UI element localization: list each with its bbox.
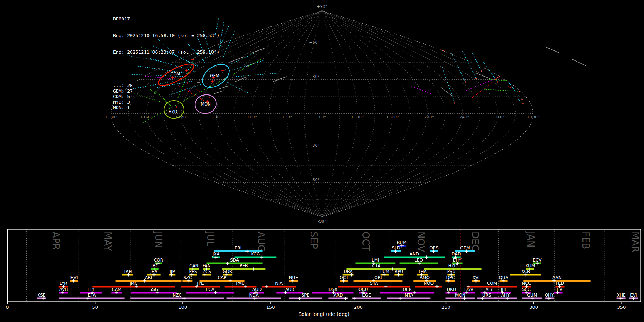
shower-bar-URS xyxy=(477,298,497,299)
month-label-FEB: FEB xyxy=(580,231,591,249)
meteor-trail-tip xyxy=(475,78,477,79)
shower-count-line: COM: 5 xyxy=(113,94,225,99)
meteor-trail xyxy=(485,89,519,91)
month-label-APR: APR xyxy=(50,231,61,250)
shower-count-line: ...: 28 xyxy=(113,83,225,88)
shower-label-DPC: DPC xyxy=(446,275,455,280)
shower-label-ARI: ARI xyxy=(145,275,152,280)
shower-label-SSG: SSG xyxy=(149,287,158,292)
shower-peak-marker-PER xyxy=(252,268,255,271)
map-meridian-line xyxy=(322,11,480,217)
shower-label-NZC: NZC xyxy=(172,293,182,298)
shower-bar-SPE xyxy=(289,298,322,299)
shower-label-NTA: NTA xyxy=(405,293,413,298)
meteor-trail-tip xyxy=(481,70,482,72)
meteor-trail xyxy=(411,86,431,94)
x-axis-tick-label: 50 xyxy=(92,304,98,310)
shower-label-NIA: NIA xyxy=(275,281,283,286)
shower-label-AMO: AMO xyxy=(420,275,430,280)
meteor-trail-tip xyxy=(465,81,466,83)
meteor-trail xyxy=(466,78,498,91)
shower-label-CAN: CAN xyxy=(189,263,199,268)
month-label-SEP: SEP xyxy=(308,231,319,249)
shower-label-JMC: JMC xyxy=(129,281,137,286)
shower-activity-KCG: KCG xyxy=(235,252,277,259)
shower-activity-OCT: OCT xyxy=(340,275,349,283)
shower-label-PCA: PCA xyxy=(206,287,215,292)
map-latitude-label: -60° xyxy=(311,177,319,182)
shower-bar-DPC xyxy=(446,280,455,282)
info-separator: ---------------------------------------- xyxy=(113,66,225,72)
shower-bar-MON xyxy=(446,298,475,299)
meteor-trail-tip xyxy=(519,91,520,92)
shower-peak-marker-SDA xyxy=(226,262,229,265)
shower-label-ORI: ORI xyxy=(374,275,382,280)
shower-bar-STA xyxy=(338,286,410,288)
shower-label-ERI: ERI xyxy=(235,245,241,250)
map-latitude-label: +60° xyxy=(309,40,319,45)
shower-activity-HVI: HVI xyxy=(70,275,78,283)
shower-label-KCG: KCG xyxy=(251,252,260,257)
month-label-OCT: OCT xyxy=(360,231,371,251)
shower-label-SDA: SDA xyxy=(230,258,239,263)
shower-label-GDR: GDR xyxy=(223,269,232,274)
shower-activity-PAU: PAU xyxy=(225,281,257,288)
shower-bar-PCA xyxy=(186,292,234,294)
meteor-trail xyxy=(473,53,482,71)
map-longitude-label: +180° xyxy=(527,115,540,119)
shower-activity-NDA: NDA xyxy=(227,293,281,300)
month-label-DEC: DEC xyxy=(470,231,480,251)
shower-label-AUD: AUD xyxy=(252,287,262,292)
shower-count-line: HYD: 3 xyxy=(113,99,225,105)
meteor-trail xyxy=(462,50,476,78)
meteor-trail-tip xyxy=(497,81,498,83)
sporadic-meteor-segment xyxy=(273,77,287,82)
shower-label-JIP: JIP xyxy=(169,269,175,274)
shower-peak-marker-CTA xyxy=(391,268,394,271)
shower-label-ZCS: ZCS xyxy=(203,269,211,274)
session-end: End: 20251211 06:23:07 (sol = 259.10°) xyxy=(113,49,225,55)
shower-peak-marker-ARD xyxy=(344,297,347,300)
session-begin: Beg: 20251210 16:58:10 (sol = 258.53°) xyxy=(113,33,225,39)
shower-label-COM: COM xyxy=(487,281,497,286)
sporadic-meteor-segment xyxy=(546,47,559,53)
shower-label-HVI: HVI xyxy=(70,275,78,280)
month-label-AUG: AUG xyxy=(256,231,267,252)
shower-label-PER: PER xyxy=(240,263,248,268)
shower-label-AVB: AVB xyxy=(59,287,68,292)
shower-activity-EGE: EGE xyxy=(352,293,381,300)
shower-label-MON: MON xyxy=(455,293,465,298)
shower-peak-marker-KCG xyxy=(260,256,263,259)
map-pole-top-label: +90° xyxy=(317,4,327,9)
shower-activity-XHE: XHE xyxy=(617,293,626,300)
month-label-JUN: JUN xyxy=(153,231,164,248)
shower-label-HYD: HYD xyxy=(448,263,458,268)
shower-count-list: ...: 28GEM: 27COM: 5HYD: 3MON: 1 xyxy=(113,83,225,111)
shower-activity-SSG: SSG xyxy=(131,287,177,294)
shower-label-JPE: JPE xyxy=(197,281,204,286)
shower-peak-marker-NZC xyxy=(182,297,186,300)
shower-label-OER: OER xyxy=(402,287,411,292)
meteor-trail xyxy=(507,86,511,88)
shower-label-CTA: CTA xyxy=(372,263,381,268)
month-label-JAN: JAN xyxy=(525,231,536,247)
x-axis-tick-label: 200 xyxy=(354,304,363,310)
shower-peak-marker-NOO xyxy=(435,285,439,288)
meteor-trail xyxy=(232,53,255,64)
meteor-trail xyxy=(452,54,465,82)
sporadic-meteor-segment xyxy=(475,73,490,79)
shower-label-LUM: LUM xyxy=(380,269,389,274)
meteor-trail xyxy=(440,49,445,51)
shower-activity-URS: URS xyxy=(477,293,497,300)
shower-activity-STA: STA xyxy=(338,281,410,288)
shower-activity-AVB: AVB xyxy=(59,287,68,294)
shower-bar-PAU xyxy=(225,286,257,288)
map-longitude-label: +210° xyxy=(492,115,504,119)
shower-label-DSV: DSV xyxy=(464,287,474,292)
meteor-trail xyxy=(226,82,251,94)
x-axis-tick-label: 350 xyxy=(617,304,626,310)
shower-activity-DSX: DSX xyxy=(312,287,353,294)
sporadic-meteor-segment xyxy=(246,63,255,67)
shower-activity-JMC: JMC xyxy=(92,281,175,288)
shower-label-DSX: DSX xyxy=(328,287,337,292)
